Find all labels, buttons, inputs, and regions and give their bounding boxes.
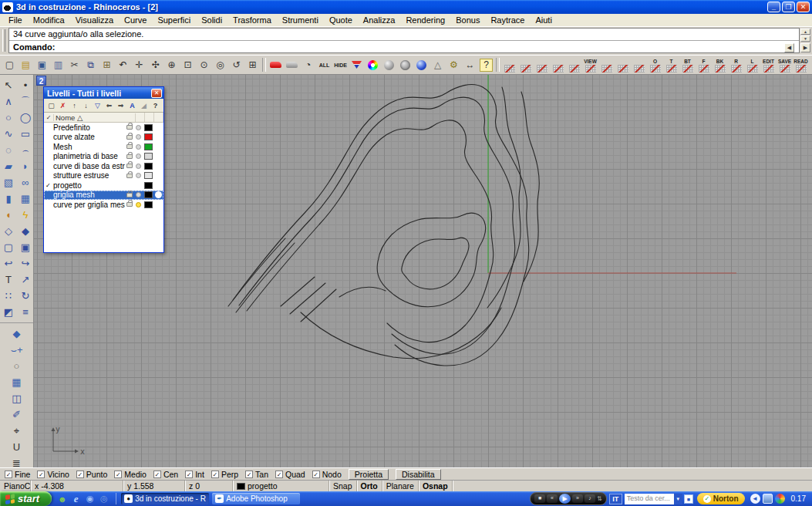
layers-color-column[interactable] [154,113,163,122]
ring-icon[interactable]: ○ [8,358,25,374]
texture-sphere-icon[interactable] [397,57,413,73]
layer-name[interactable]: planimetria di base [53,152,125,160]
checkbox-icon[interactable]: ✓ [211,471,219,478]
status-toggle-pane[interactable]: Planare [382,481,419,491]
lock-icon[interactable] [126,125,133,130]
osnap-checkbox[interactable]: ✓ Tan [245,470,268,479]
menu-item[interactable]: Superfici [152,15,196,25]
tray-display-icon[interactable] [763,494,773,504]
cplane-right-icon[interactable]: R [728,56,744,74]
lock-icon[interactable] [126,144,133,149]
layer-name[interactable]: griglia mesh [53,191,125,199]
export-icon[interactable]: ▥ [50,57,66,73]
curve-hook-left-icon[interactable]: ↩ [0,255,17,272]
rotate-tool-icon[interactable]: ↻ [17,288,34,304]
layer-name[interactable]: curve di base da estru... [53,162,125,170]
checkbox-icon[interactable]: ✓ [5,471,12,478]
lock-icon[interactable] [126,193,133,197]
menu-item[interactable]: Raytrace [485,15,530,25]
layer-color-swatch[interactable] [144,201,153,208]
cplane-left-icon[interactable]: L [744,56,760,74]
checkbox-icon[interactable]: ✓ [114,471,122,478]
lock-icon[interactable] [126,135,133,140]
color-wheel-icon[interactable] [365,57,381,73]
cplane-world-icon[interactable] [534,56,550,74]
osnap-checkbox[interactable]: ✓ Vicino [37,470,69,479]
osnap-checkbox[interactable]: ✓ Medio [114,470,147,479]
circle-tangent-icon[interactable]: ◌ [0,142,17,158]
render-car-gray-icon[interactable] [284,57,300,73]
task-photoshop[interactable]: ✒ Adobe Photoshop [212,493,300,504]
save-file-icon[interactable]: ▣ [34,57,50,73]
restore-button[interactable]: ❐ [782,2,795,12]
cplane-object-icon[interactable] [615,56,631,74]
status-toggle-pane[interactable]: Orto [357,481,382,491]
start-button[interactable]: start [0,491,52,506]
ellipse-icon[interactable]: ◯ [17,110,34,126]
layer-name[interactable]: Predefinito [53,123,125,132]
chamfer-icon[interactable]: ◆ [17,223,34,239]
menu-item[interactable]: Visualizza [70,15,119,25]
paste-icon[interactable]: ⊞ [99,57,115,73]
cplane-zaxis-icon[interactable] [598,56,615,74]
progetto[interactable]: ✓ progetto [44,180,163,191]
move-right-button[interactable]: ⇒ [116,100,126,111]
menu-item[interactable]: Curve [119,15,152,25]
curve di base da estru...[interactable]: curve di base da estru... [44,161,163,171]
bulb-icon[interactable] [136,192,141,197]
layers-lock-column[interactable] [136,113,145,122]
layer-name[interactable]: Mesh [53,143,125,151]
minimize-button[interactable]: _ [767,2,780,12]
hide-icon[interactable]: HIDE [332,57,349,73]
spin-up-button[interactable]: ▲ [800,29,810,35]
copy-icon[interactable]: ⧉ [83,57,99,73]
osnap-checkbox[interactable]: ✓ Int [185,470,204,479]
osnap-checkbox[interactable]: ✓ Punto [76,470,107,479]
checkbox-icon[interactable]: ✓ [312,471,320,478]
cplane-move-icon[interactable] [566,56,582,74]
shaded-sphere-icon[interactable] [413,57,430,73]
move-layer-down-button[interactable]: ↓ [81,100,91,111]
bulb-icon[interactable] [136,134,141,140]
menu-item[interactable]: Quote [324,15,358,25]
layers-check-column[interactable]: ✓ [44,114,54,121]
rotate-view-icon[interactable]: ✣ [147,57,163,73]
lock-icon[interactable] [126,164,133,168]
sphere-icon[interactable]: ∞ [17,174,34,191]
menu-item[interactable]: Analizza [358,15,401,25]
menu-item[interactable]: Bonus [450,15,485,25]
layer-name[interactable]: strutture estruse [53,171,125,180]
title-bar[interactable]: 3d in costruzione - Rhinoceros - [2] _ ❐… [0,0,812,14]
cplane-save-icon[interactable]: SAVE [777,56,793,74]
explode-icon[interactable]: ϟ [17,207,34,223]
cplane-vertical-icon[interactable] [517,56,534,74]
messenger-icon[interactable]: ☻ [56,493,68,504]
layer-name[interactable]: progetto [53,181,125,190]
extract-icon[interactable]: ◖ [0,207,17,223]
match-layer-button[interactable]: A [127,100,137,111]
tray-color-orb-icon[interactable] [775,494,785,504]
rectangle-icon[interactable]: ▭ [17,126,34,142]
cplane-set-icon[interactable] [501,56,517,74]
menu-item[interactable]: Aiuti [530,15,557,25]
gears-icon[interactable]: ⚙ [446,57,462,73]
zoom-dynamic-icon[interactable]: ⊕ [163,57,180,73]
status-toggle-pane[interactable]: Osnap [419,481,453,491]
zoom-selected-icon[interactable]: ⊙ [196,57,212,73]
layer-color-swatch[interactable] [144,143,153,150]
layer-color-swatch[interactable] [144,191,153,198]
offset-surface-icon[interactable]: ◆ [8,326,25,342]
align-icon[interactable]: ◫ [8,390,25,406]
undo-cplane-icon[interactable]: ↶ [809,56,812,74]
cplane-back-icon[interactable]: BK [712,56,728,74]
menu-item[interactable]: Strumenti [277,15,324,25]
cplane-read-icon[interactable]: READ [793,56,809,74]
media-spinner[interactable]: ⇅ [597,496,602,502]
filter-layers-button[interactable]: ▽ [93,100,103,111]
bulb-icon[interactable] [136,144,141,150]
osnap-checkbox[interactable]: ✓ Perp [211,470,238,479]
menu-item[interactable]: Trasforma [227,15,277,25]
status-toggle-pane[interactable]: Snap [329,481,357,491]
surface-icon[interactable]: ▰ [0,158,17,174]
open-file-icon[interactable]: ▤ [18,57,34,73]
